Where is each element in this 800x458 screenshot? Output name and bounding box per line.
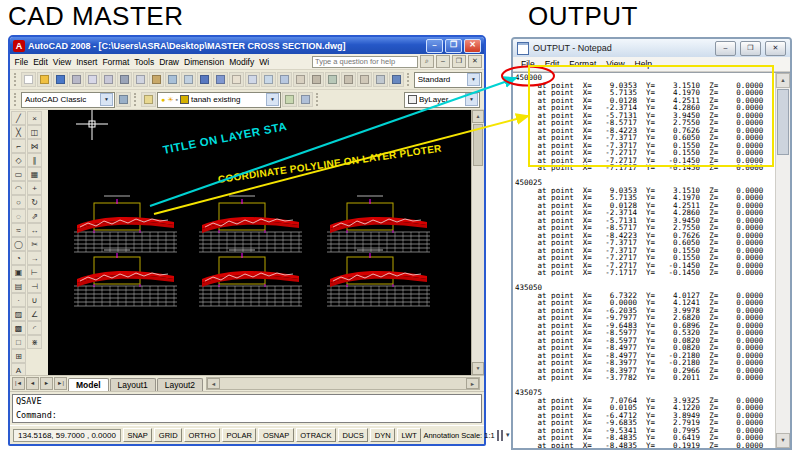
notepad-menu-help[interactable]: Help [630,59,657,69]
cad-menu-view[interactable]: View [50,56,73,68]
toggle-snap[interactable]: SNAP [123,428,152,442]
table-tool-icon[interactable]: ⊞ [11,349,26,363]
vertical-scrollbar[interactable]: ▲ ▼ [471,110,484,375]
scroll-up-icon[interactable]: ▲ [776,73,790,88]
cad-menu-format[interactable]: Format [100,56,132,68]
scrollbar-thumb[interactable] [777,89,789,155]
mdi-restore-button[interactable]: ❐ [452,55,466,68]
tab-layout2[interactable]: Layout2 [157,378,203,391]
tab-layout1[interactable]: Layout1 [110,378,156,391]
scroll-up-icon[interactable]: ▲ [472,110,484,123]
scroll-down-icon[interactable]: ▼ [472,362,484,375]
plot-preview-icon[interactable] [85,72,100,87]
toggle-grid[interactable]: GRID [154,428,182,442]
explode-tool-icon[interactable]: ⋇ [27,335,42,349]
rotate-tool-icon[interactable]: ↻ [27,195,42,209]
zoom-window-icon[interactable] [261,72,276,87]
tab-model[interactable]: Model [68,378,109,391]
chevron-down-icon[interactable]: ▼ [100,93,113,106]
erase-tool-icon[interactable]: × [27,111,42,125]
toggle-dyn[interactable]: DYN [370,428,395,442]
join-tool-icon[interactable]: ∪ [27,293,42,307]
open-file-icon[interactable] [37,72,52,87]
arc-tool-icon[interactable]: ◠ [11,181,26,195]
search-icon[interactable]: ⌕ [420,55,434,68]
annotation-visibility-icon[interactable] [497,430,499,441]
ellipse-arc-tool-icon[interactable]: ◔ [11,251,26,265]
tool-palettes-icon[interactable] [325,72,340,87]
zoom-previous-icon[interactable] [277,72,292,87]
close-button[interactable]: ✕ [765,41,786,56]
cad-menu-edit[interactable]: Edit [31,56,51,68]
toggle-lwt[interactable]: LWT [397,428,421,442]
sheetset-icon[interactable] [341,72,356,87]
notepad-content[interactable]: 450000 at point X= 9.0353 Y= 3.1510 Z= 0… [513,73,775,448]
command-text-area[interactable]: QSAVE Command: [12,394,482,423]
line-tool-icon[interactable]: ╱ [11,111,26,125]
new-file-icon[interactable] [21,72,36,87]
notepad-menu-edit[interactable]: Edit [540,59,565,69]
mirror-tool-icon[interactable]: ⋈ [27,139,42,153]
layer-color-swatch[interactable] [180,95,189,104]
quickcalc-icon[interactable] [373,72,388,87]
publish-icon[interactable] [101,72,116,87]
copy-object-tool-icon[interactable]: ◫ [27,125,42,139]
help-search-input[interactable] [312,56,418,68]
point-tool-icon[interactable]: · [11,293,26,307]
polygon-tool-icon[interactable]: ◇ [11,153,26,167]
tab-nav-arrow-icon[interactable]: ► [40,377,53,390]
cad-menu-tools[interactable]: Tools [132,56,157,68]
pan-icon[interactable] [229,72,244,87]
notepad-titlebar[interactable]: OUTPUT - Notepad – ❐ ✕ [513,39,790,57]
vertical-scrollbar[interactable]: ▲ ▼ [775,73,790,448]
revision-cloud-tool-icon[interactable]: ◌ [11,209,26,223]
workspace-dropdown[interactable]: AutoCAD Classic ▼ [21,92,115,108]
cad-menu-draw[interactable]: Draw [157,56,182,68]
status-tray-icon[interactable]: ▼ [505,432,511,438]
ellipse-tool-icon[interactable]: ◯ [11,237,26,251]
toggle-ortho[interactable]: ORTHO [184,428,220,442]
maximize-button[interactable]: ❐ [445,39,462,53]
toolbar-grip[interactable] [14,93,18,106]
scroll-left-icon[interactable]: ◄ [207,378,220,389]
layer-dropdown[interactable]: ● ☀ ▪ tanah existing ▼ [157,92,281,108]
chamfer-tool-icon[interactable]: ∠ [27,307,42,321]
cad-menu-file[interactable]: File [12,56,31,68]
tab-nav-arrow-icon[interactable]: ◄ [26,377,39,390]
tab-nav-arrow-icon[interactable]: ►| [54,377,67,390]
undo-icon[interactable] [197,72,212,87]
copy-icon[interactable] [133,72,148,87]
toolbar-grip[interactable] [407,73,411,86]
paste-icon[interactable] [149,72,164,87]
close-button[interactable]: ✕ [464,39,481,53]
break-at-point-tool-icon[interactable]: ⊢ [27,265,42,279]
offset-tool-icon[interactable]: ∥ [27,153,42,167]
notepad-menu-view[interactable]: View [601,59,629,69]
break-tool-icon[interactable]: ⊣ [27,279,42,293]
maximize-button[interactable]: ❐ [740,41,761,56]
chevron-down-icon[interactable]: ▼ [467,73,480,86]
mdi-close-button[interactable]: ✕ [468,55,482,68]
cad-menu-wi[interactable]: Wi [257,56,272,68]
chevron-down-icon[interactable]: ▼ [266,93,279,106]
layer-lock-icon[interactable]: ▪ [176,96,178,103]
cut-icon[interactable] [117,72,132,87]
insert-block-tool-icon[interactable]: ▣ [11,265,26,279]
layer-previous-icon[interactable] [298,92,313,107]
markup-icon[interactable] [357,72,372,87]
toggle-otrack[interactable]: OTRACK [296,428,336,442]
scale-tool-icon[interactable]: ⇗ [27,209,42,223]
plot-icon[interactable] [69,72,84,87]
designcenter-icon[interactable] [309,72,324,87]
block-editor-icon[interactable] [181,72,196,87]
move-tool-icon[interactable]: + [27,181,42,195]
style-dropdown[interactable]: Standard ▼ [414,72,482,88]
scrollbar-thumb[interactable] [473,124,483,166]
minimize-button[interactable]: – [715,41,736,56]
notepad-menu-file[interactable]: File [516,59,540,69]
toggle-osnap[interactable]: OSNAP [258,428,293,442]
toolbar-grip[interactable] [316,93,320,106]
chevron-down-icon[interactable]: ▼ [465,93,478,106]
scroll-right-icon[interactable]: ► [466,378,479,389]
gradient-tool-icon[interactable]: ▩ [11,321,26,335]
